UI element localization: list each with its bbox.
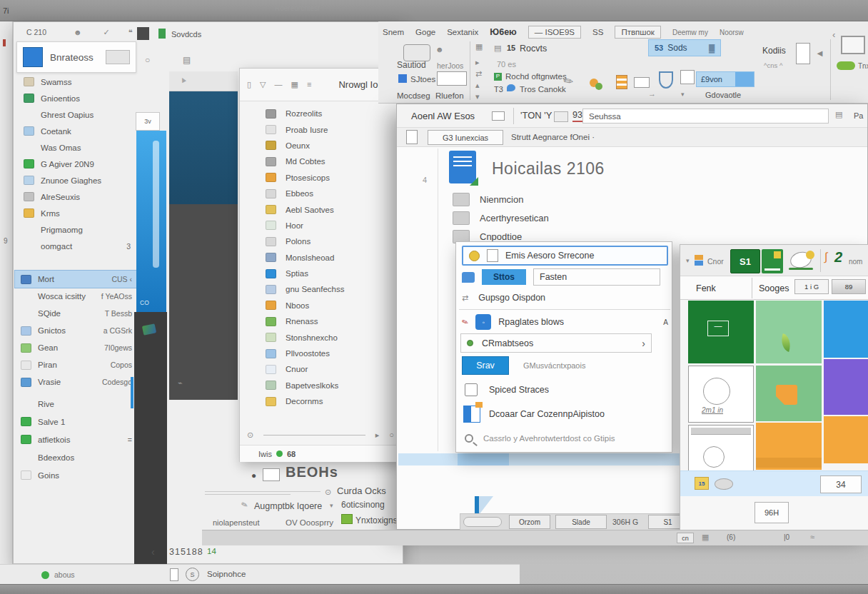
tool-list-item[interactable]: Pllvoostotes: [244, 346, 397, 361]
tool-list-item[interactable]: Ptosesicops: [244, 170, 397, 186]
panes-icon[interactable]: [796, 43, 810, 64]
green-tile-button[interactable]: S1: [730, 249, 760, 273]
sidebar-nav-item[interactable]: Krms: [18, 205, 136, 221]
context-menu-item-disabled[interactable]: Cassrlo y Avehrotwtertdost co Gtipis: [465, 429, 668, 448]
stack-icon[interactable]: [492, 111, 505, 121]
color-tile[interactable]: [824, 416, 868, 463]
sidebar-footer-item[interactable]: Salve 1: [15, 413, 138, 431]
clipboard-icon[interactable]: [170, 568, 178, 581]
hat-icon[interactable]: [403, 44, 430, 61]
color-tile[interactable]: [824, 359, 868, 415]
ribbon-label-sjtoes[interactable]: SJtoes: [410, 75, 435, 84]
grid-icon[interactable]: ▦: [291, 81, 298, 89]
sidebar-menu-item[interactable]: Piran Copos: [15, 356, 138, 373]
tool-list-item[interactable]: Hoor: [244, 218, 397, 233]
tool-list-item[interactable]: gnu Seanfechss: [244, 281, 397, 297]
context-menu-item-chip[interactable]: Sttos Fasten: [462, 268, 668, 286]
tool-list-item[interactable]: Stonshnexcho: [244, 329, 397, 345]
mode-chip[interactable]: Sttos: [482, 269, 526, 285]
view-toggle-button-1[interactable]: 1 i G: [794, 279, 829, 294]
sidebar-footer-item[interactable]: Bdeexdos: [15, 448, 138, 466]
pill-icon[interactable]: ▯: [247, 81, 251, 89]
footer-tool-label-6[interactable]: Ynxtoxigns: [355, 515, 398, 525]
chevron-down-icon[interactable]: ▾: [686, 258, 690, 264]
nav-breadcrumb[interactable]: 'TON 'Y: [520, 110, 552, 121]
green-tile-2-button[interactable]: [762, 249, 783, 273]
tool-list-item[interactable]: Polons: [244, 233, 397, 249]
printer-icon[interactable]: [634, 77, 650, 88]
menu-bar-item[interactable]: Sextanix: [447, 28, 478, 36]
color-tile[interactable]: [756, 301, 822, 363]
circle-tool-icon[interactable]: ○: [145, 56, 150, 64]
tool-list-item[interactable]: Monslsheoad: [244, 250, 397, 266]
chat-bubble-icon[interactable]: ❝: [128, 29, 133, 36]
speaker-icon[interactable]: ◄: [815, 49, 824, 58]
grid-box-icon[interactable]: [680, 70, 695, 84]
s-circle-icon[interactable]: S: [186, 568, 199, 581]
shield-icon[interactable]: [659, 71, 673, 89]
grid-status-icon[interactable]: ▦: [702, 533, 709, 541]
slide-control[interactable]: Slade: [555, 515, 607, 529]
column-header-2[interactable]: Sooges: [759, 283, 789, 293]
mini-scrollbar[interactable]: [691, 428, 751, 435]
about-label[interactable]: abous: [54, 570, 75, 579]
sidebar-footer-item[interactable]: atfietkois =: [15, 431, 138, 448]
sidebar-menu-item[interactable]: Gnictos a CGSrk: [15, 322, 138, 339]
window-list-icon[interactable]: [263, 468, 280, 481]
collapse-chevron-icon[interactable]: ‹: [832, 30, 835, 39]
dark-app-icon[interactable]: [137, 27, 149, 40]
status-pill[interactable]: [463, 517, 502, 527]
ellipse-icon[interactable]: [715, 478, 733, 490]
sidebar-menu-item[interactable]: Mort CUS ‹: [15, 271, 138, 288]
tool-list-item[interactable]: Sptias: [244, 266, 397, 281]
ribbon-label-sautiod[interactable]: Sautiod: [397, 60, 426, 70]
footer-tool-label-2[interactable]: Augmptbk Iqoere: [254, 501, 322, 511]
sidebar-footer-item[interactable]: Goins: [15, 466, 138, 484]
ribbon-label-tros[interactable]: Tros Canokk: [520, 85, 566, 94]
sidebar-menu-item[interactable]: Wosca icsitty f YeAOss: [15, 288, 138, 305]
lines-box-icon[interactable]: [437, 71, 467, 86]
ribbon-label-rochd[interactable]: Rochd oftgnwtes: [505, 72, 567, 81]
document-list-item[interactable]: Acerthyresetican: [447, 208, 704, 227]
search-input[interactable]: Seuhssa: [582, 109, 829, 124]
menu-bar-item[interactable]: SS: [592, 28, 603, 36]
thumbnail-tag[interactable]: 3v: [136, 112, 160, 131]
sidebar-nav-item[interactable]: Coetank: [18, 123, 136, 139]
view-toggle-button-2[interactable]: 89: [832, 279, 866, 294]
scrollbar[interactable]: [153, 141, 159, 268]
search-box-button[interactable]: [106, 50, 130, 64]
context-menu-checkbox-item[interactable]: Spiced Straces: [465, 381, 668, 399]
primary-action-button[interactable]: Srav: [462, 356, 509, 375]
tab-active[interactable]: G3 Iunexcias: [428, 130, 503, 145]
column-header-1[interactable]: Fenk: [696, 283, 716, 293]
ribbon-label-rocvts[interactable]: Rocvts: [520, 44, 547, 54]
nav-badge[interactable]: 93: [572, 110, 582, 122]
target-icon[interactable]: ⊙: [247, 431, 253, 439]
frame-tool-icon[interactable]: ▤: [183, 56, 191, 64]
sidebar-nav-item[interactable]: Gnioentios: [18, 90, 136, 106]
secondary-chip[interactable]: £9von: [696, 71, 755, 87]
page-size-button[interactable]: 96H: [755, 502, 789, 523]
context-menu-item[interactable]: ✎ ◦ Rpaglates blows A: [462, 312, 668, 332]
lang-badge[interactable]: cn: [677, 533, 694, 543]
library-search-box[interactable]: Bnrateoss: [16, 41, 136, 73]
folder-badge-icon[interactable]: 15: [695, 477, 709, 490]
tool-list-item[interactable]: Md Cobtes: [244, 153, 397, 169]
thumbnail-scroll-stripe[interactable]: CO: [136, 131, 166, 312]
striped-box-icon[interactable]: [616, 75, 627, 89]
ribbon-label-rluefon[interactable]: Rluefon: [435, 91, 464, 100]
footer-tool-label-1[interactable]: Curda Ocks: [337, 485, 386, 496]
up-icon[interactable]: ▴: [475, 81, 480, 89]
menu-bar-item[interactable]: Noorsw: [720, 29, 744, 36]
monitor-icon[interactable]: [841, 36, 865, 54]
tool-list-item[interactable]: Decornms: [244, 393, 397, 409]
zoom-control[interactable]: Orzom: [509, 515, 550, 529]
funnel-icon[interactable]: ▽: [260, 81, 266, 89]
sidebar-menu-item[interactable]: SQide T Bessb: [15, 305, 138, 322]
tool-list-item[interactable]: Rozreolits: [244, 106, 397, 121]
sidebar-nav-item[interactable]: Was Omas: [18, 139, 136, 156]
size-button[interactable]: 34: [820, 475, 862, 493]
sidebar-nav-item[interactable]: Znunoe Giaghes: [18, 172, 136, 188]
tool-list-item[interactable]: Nboos: [244, 298, 397, 313]
dash-icon[interactable]: —: [275, 81, 283, 89]
